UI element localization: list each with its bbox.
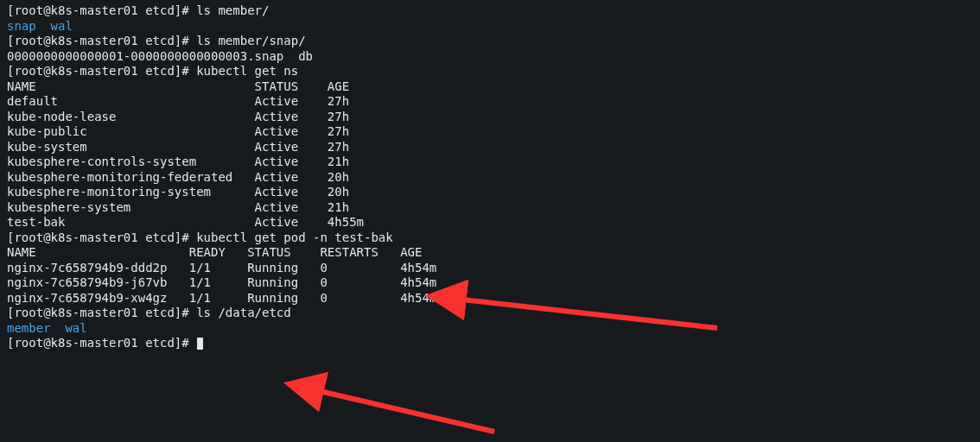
terminal[interactable]: [root@k8s-master01 etcd]# ls member/snap…: [7, 3, 973, 351]
ns-row: kubesphere-controls-system Active 21h: [7, 155, 973, 170]
prompt-idle: [root@k8s-master01 etcd]#: [7, 336, 973, 351]
ns-row: kubesphere-system Active 21h: [7, 200, 973, 216]
pod-row: nginx-7c658794b9-ddd2p 1/1 Running 0 4h5…: [7, 261, 973, 276]
ns-header: NAME STATUS AGE: [7, 79, 973, 95]
cmd-get-ns: [root@k8s-master01 etcd]# kubectl get ns: [7, 64, 973, 79]
out-member: snap wal: [7, 19, 973, 35]
ns-row: kube-public Active 27h: [7, 124, 973, 140]
cursor: [197, 338, 203, 350]
ns-row: default Active 27h: [7, 94, 973, 110]
pod-row: nginx-7c658794b9-j67vb 1/1 Running 0 4h5…: [7, 275, 973, 291]
ns-row: kube-node-lease Active 27h: [7, 110, 973, 125]
ns-row: kube-system Active 27h: [7, 140, 973, 155]
out-snap: 0000000000000001-0000000000000003.snap d…: [7, 49, 973, 65]
ns-row: kubesphere-monitoring-federated Active 2…: [7, 170, 973, 186]
arrow-bottom: [320, 391, 494, 432]
cmd-ls-data-etcd: [root@k8s-master01 etcd]# ls /data/etcd: [7, 306, 973, 321]
pod-header: NAME READY STATUS RESTARTS AGE: [7, 245, 973, 261]
cmd-ls-snap: [root@k8s-master01 etcd]# ls member/snap…: [7, 34, 973, 49]
pod-row: nginx-7c658794b9-xw4gz 1/1 Running 0 4h5…: [7, 291, 973, 306]
cmd-ls-member: [root@k8s-master01 etcd]# ls member/: [7, 3, 973, 19]
out-data-etcd: member wal: [7, 321, 973, 337]
cmd-get-pod: [root@k8s-master01 etcd]# kubectl get po…: [7, 230, 973, 246]
ns-row: test-bak Active 4h55m: [7, 215, 973, 230]
ns-row: kubesphere-monitoring-system Active 20h: [7, 185, 973, 200]
